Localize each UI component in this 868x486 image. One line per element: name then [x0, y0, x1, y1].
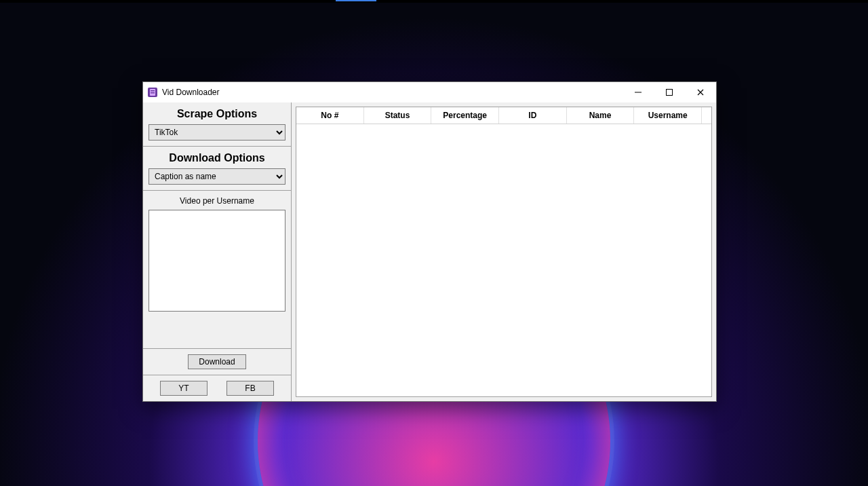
- client-area: Scrape Options TikTok Download Options C…: [143, 102, 716, 401]
- grid-header-id[interactable]: ID: [499, 107, 567, 124]
- maximize-icon: [666, 89, 673, 96]
- app-window: Vid Downloader Scrape Options TikTok: [142, 81, 717, 402]
- grid-header-name[interactable]: Name: [567, 107, 635, 124]
- video-per-username-label: Video per Username: [149, 196, 285, 206]
- maximize-button[interactable]: [654, 82, 685, 102]
- source-select[interactable]: TikTok: [149, 124, 285, 141]
- desktop-background: Vid Downloader Scrape Options TikTok: [0, 0, 868, 486]
- svg-rect-4: [635, 92, 642, 93]
- titlebar[interactable]: Vid Downloader: [143, 82, 716, 102]
- sidebar: Scrape Options TikTok Download Options C…: [143, 102, 292, 401]
- svg-rect-3: [151, 92, 155, 94]
- grid-header-spacer: [702, 107, 711, 124]
- results-grid[interactable]: No # Status Percentage ID Name Username: [296, 107, 712, 397]
- minimize-button[interactable]: [623, 82, 654, 102]
- download-button[interactable]: Download: [188, 354, 246, 369]
- close-icon: [697, 89, 704, 96]
- svg-rect-2: [151, 90, 155, 92]
- extra-buttons-panel: YT FB: [143, 375, 291, 401]
- grid-header-row: No # Status Percentage ID Name Username: [296, 107, 711, 124]
- video-per-username-input[interactable]: [149, 210, 285, 312]
- yt-button[interactable]: YT: [160, 381, 208, 396]
- window-title: Vid Downloader: [162, 88, 220, 97]
- scrape-options-heading: Scrape Options: [149, 108, 285, 120]
- svg-rect-5: [667, 90, 673, 96]
- grid-header-percentage[interactable]: Percentage: [431, 107, 499, 124]
- video-per-username-panel: Video per Username: [143, 191, 291, 349]
- download-button-panel: Download: [143, 349, 291, 375]
- close-button[interactable]: [685, 82, 716, 102]
- grid-header-status[interactable]: Status: [364, 107, 432, 124]
- minimize-icon: [635, 89, 642, 96]
- grid-header-no[interactable]: No #: [296, 107, 364, 124]
- scrape-options-panel: Scrape Options TikTok: [143, 102, 291, 147]
- grid-header-username[interactable]: Username: [634, 107, 702, 124]
- taskbar-active-indicator: [336, 0, 376, 1]
- grid-area: No # Status Percentage ID Name Username: [292, 102, 716, 401]
- download-options-panel: Download Options Caption as name: [143, 147, 291, 191]
- download-options-heading: Download Options: [149, 152, 285, 164]
- naming-select[interactable]: Caption as name: [149, 168, 285, 185]
- fb-button[interactable]: FB: [226, 381, 274, 396]
- app-icon: [147, 87, 158, 98]
